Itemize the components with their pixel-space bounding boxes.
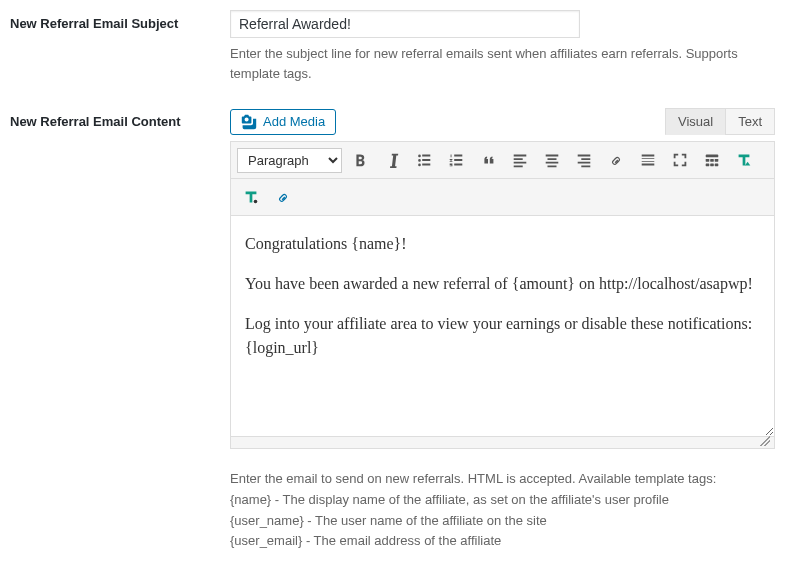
add-media-button[interactable]: Add Media xyxy=(230,109,336,135)
italic-button[interactable] xyxy=(378,146,406,174)
thrive-button-1[interactable] xyxy=(730,146,758,174)
svg-rect-5 xyxy=(710,164,714,167)
toolbar-row-1: Paragraph xyxy=(231,142,774,179)
desc-line-4: {user_email} - The email address of the … xyxy=(230,531,775,552)
align-left-button[interactable] xyxy=(506,146,534,174)
thrive-button-2[interactable] xyxy=(237,183,265,211)
link-button[interactable] xyxy=(602,146,630,174)
content-label: New Referral Email Content xyxy=(10,108,230,552)
thrive-link-button[interactable] xyxy=(269,183,297,211)
svg-rect-3 xyxy=(715,159,719,162)
media-icon xyxy=(241,114,257,130)
toolbar-toggle-button[interactable] xyxy=(698,146,726,174)
desc-line-1: Enter the email to send on new referrals… xyxy=(230,469,775,490)
content-row: New Referral Email Content Add Media Vis… xyxy=(10,108,775,552)
number-list-button[interactable] xyxy=(442,146,470,174)
add-media-label: Add Media xyxy=(263,114,325,129)
svg-rect-1 xyxy=(706,159,710,162)
editor-content[interactable]: Congratulations {name}! You have been aw… xyxy=(231,216,774,436)
resize-handle[interactable] xyxy=(231,436,774,448)
svg-rect-4 xyxy=(706,164,710,167)
subject-description: Enter the subject line for new referral … xyxy=(230,44,775,83)
editor-tabs: Visual Text xyxy=(666,108,775,135)
editor: Paragraph Congratula xyxy=(230,141,775,449)
read-more-button[interactable] xyxy=(634,146,662,174)
toolbar-row-2 xyxy=(231,179,774,216)
svg-rect-6 xyxy=(715,164,719,167)
svg-rect-0 xyxy=(706,155,719,158)
editor-p3: Log into your affiliate area to view you… xyxy=(245,312,760,360)
align-center-button[interactable] xyxy=(538,146,566,174)
format-select[interactable]: Paragraph xyxy=(237,148,342,173)
svg-rect-2 xyxy=(710,159,714,162)
bold-button[interactable] xyxy=(346,146,374,174)
tab-visual[interactable]: Visual xyxy=(665,108,726,135)
svg-point-7 xyxy=(254,200,258,204)
align-right-button[interactable] xyxy=(570,146,598,174)
desc-line-2: {name} - The display name of the affilia… xyxy=(230,490,775,511)
editor-p2: You have been awarded a new referral of … xyxy=(245,272,760,296)
content-description: Enter the email to send on new referrals… xyxy=(230,469,775,552)
desc-line-3: {user_name} - The user name of the affil… xyxy=(230,511,775,532)
editor-p1: Congratulations {name}! xyxy=(245,232,760,256)
blockquote-button[interactable] xyxy=(474,146,502,174)
bullet-list-button[interactable] xyxy=(410,146,438,174)
fullscreen-button[interactable] xyxy=(666,146,694,174)
subject-input[interactable] xyxy=(230,10,580,38)
tab-text[interactable]: Text xyxy=(725,108,775,135)
subject-label: New Referral Email Subject xyxy=(10,10,230,83)
subject-row: New Referral Email Subject Enter the sub… xyxy=(10,10,775,83)
